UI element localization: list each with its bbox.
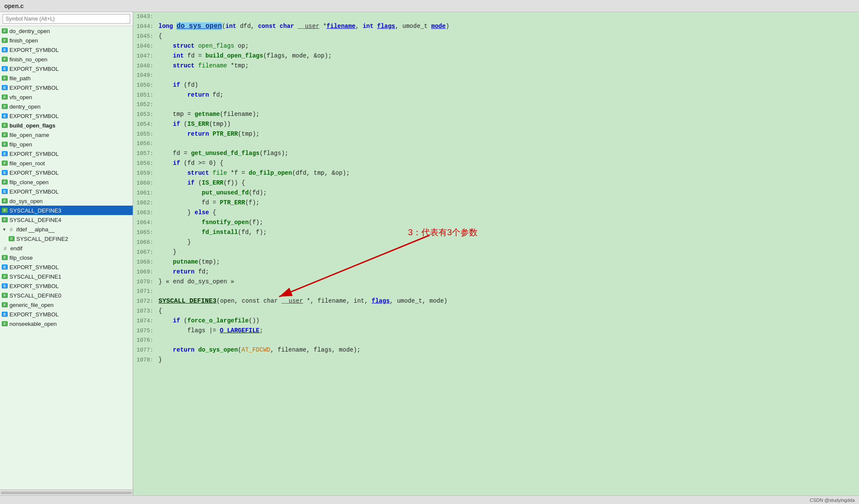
line-num: 1066: — [133, 238, 157, 247]
code-line-1064: 1064: fsnotify_open(f); — [133, 218, 859, 228]
sidebar-item-label: EXPORT_SYMBOL — [9, 113, 59, 119]
line-content: long do_sys_open(int dfd, const char __u… — [157, 21, 449, 31]
code-line-1066: 1066: } — [133, 237, 859, 247]
sidebar-item-30[interactable]: EEXPORT_SYMBOL — [0, 310, 133, 319]
sidebar-item-label: file_open_root — [9, 160, 45, 167]
line-content: } « end do_sys_open » — [157, 277, 234, 286]
sidebar-item-label: filp_open — [9, 141, 32, 148]
func-icon: F — [2, 208, 8, 213]
line-num: 1060: — [133, 179, 157, 188]
sidebar-item-13[interactable]: EEXPORT_SYMBOL — [0, 149, 133, 158]
line-num: 1055: — [133, 130, 157, 139]
sidebar-item-7[interactable]: Fvfs_open — [0, 92, 133, 102]
line-content: struct filename *tmp; — [157, 61, 249, 70]
line-num: 1048: — [133, 61, 157, 71]
expand-icon: ▼ — [2, 227, 7, 232]
sidebar-item-18[interactable]: Fdo_sys_open — [0, 196, 133, 206]
sidebar-item-20[interactable]: FSYSCALL_DEFINE4 — [0, 215, 133, 225]
line-content: if (force_o_largefile()) — [157, 316, 259, 325]
line-content: if (fd) — [157, 80, 198, 90]
sidebar-item-24[interactable]: Ffilp_close — [0, 253, 133, 262]
code-line-1049: 1049: — [133, 71, 859, 80]
func-icon: F — [2, 104, 8, 109]
code-line-1075: 1075: flags |= O_LARGEFILE; — [133, 326, 859, 336]
line-num: 1067: — [133, 248, 157, 257]
line-content: } — [157, 237, 191, 247]
code-line-1054: 1054: if (IS_ERR(tmp)) — [133, 119, 859, 129]
sidebar-item-22[interactable]: FSYSCALL_DEFINE2 — [0, 234, 133, 243]
line-content: fsnotify_open(f); — [157, 218, 263, 227]
code-line-1045: 1045: { — [133, 31, 859, 41]
func-icon: F — [2, 198, 8, 203]
sidebar-item-2[interactable]: EEXPORT_SYMBOL — [0, 45, 133, 55]
sidebar-horizontal-scroll[interactable] — [0, 489, 133, 495]
line-content: fd = PTR_ERR(f); — [157, 198, 259, 207]
code-line-1046: 1046: struct open_flags op; — [133, 41, 859, 51]
line-num: 1074: — [133, 316, 157, 326]
func-icon: F — [2, 142, 8, 147]
code-line-1065: 1065: fd_install(fd, f); — [133, 228, 859, 237]
code-area[interactable]: 1043: 1044: long do_sys_open(int dfd, co… — [133, 12, 859, 495]
sidebar-item-31[interactable]: Fnonseekable_open — [0, 319, 133, 328]
sidebar-item-label: nonseekable_open — [9, 321, 57, 327]
sidebar-item-0[interactable]: Fdo_dentry_open — [0, 26, 133, 36]
sidebar-item-label: do_sys_open — [9, 198, 43, 204]
func-icon: F — [9, 236, 15, 241]
code-line-1051: 1051: return fd; — [133, 90, 859, 100]
sidebar-item-label: build_open_flags — [9, 122, 55, 129]
sidebar-item-3[interactable]: Ffinish_no_open — [0, 55, 133, 64]
code-line-1062: 1062: fd = PTR_ERR(f); — [133, 198, 859, 208]
sidebar-item-label: file_open_name — [9, 132, 49, 138]
sidebar-item-5[interactable]: Ffile_path — [0, 73, 133, 83]
line-content: fd = get_unused_fd_flags(flags); — [157, 149, 288, 158]
line-content: return PTR_ERR(tmp); — [157, 129, 259, 139]
sidebar-item-26[interactable]: FSYSCALL_DEFINE1 — [0, 272, 133, 281]
line-num: 1063: — [133, 208, 157, 218]
sidebar-item-12[interactable]: Ffilp_open — [0, 140, 133, 149]
line-num: 1050: — [133, 81, 157, 90]
sidebar-item-25[interactable]: EEXPORT_SYMBOL — [0, 262, 133, 272]
sidebar-item-4[interactable]: EEXPORT_SYMBOL — [0, 64, 133, 73]
sidebar-item-8[interactable]: Fdentry_open — [0, 102, 133, 111]
func-icon: F — [2, 76, 8, 81]
sidebar-item-29[interactable]: Fgeneric_file_open — [0, 300, 133, 310]
search-input[interactable] — [3, 14, 130, 24]
sidebar-item-label: EXPORT_SYMBOL — [9, 170, 59, 176]
sidebar-item-16[interactable]: Ffilp_clone_open — [0, 177, 133, 187]
sidebar-item-21[interactable]: ▼#ifdef __alpha__ — [0, 225, 133, 234]
sidebar-item-1[interactable]: Ffinish_open — [0, 36, 133, 45]
sidebar-item-10[interactable]: Fbuild_open_flags — [0, 121, 133, 130]
sidebar-item-19[interactable]: FSYSCALL_DEFINE3 — [0, 206, 133, 215]
line-num: 1076: — [133, 336, 157, 345]
line-content: tmp = getname(filename); — [157, 109, 259, 119]
func-icon: F — [2, 302, 8, 307]
func-icon: F — [2, 57, 8, 62]
line-num: 1043: — [133, 12, 157, 21]
code-line-1047: 1047: int fd = build_open_flags(flags, m… — [133, 51, 859, 61]
sidebar-item-label: endif — [10, 245, 22, 252]
sidebar-item-28[interactable]: FSYSCALL_DEFINE0 — [0, 291, 133, 300]
code-line-1067: 1067: } — [133, 247, 859, 257]
sidebar-item-9[interactable]: EEXPORT_SYMBOL — [0, 111, 133, 121]
sidebar-item-6[interactable]: EEXPORT_SYMBOL — [0, 83, 133, 92]
line-num: 1070: — [133, 277, 157, 287]
line-num: 1059: — [133, 169, 157, 178]
func-icon: F — [2, 274, 8, 279]
sidebar-item-23[interactable]: #endif — [0, 243, 133, 253]
line-num: 1045: — [133, 32, 157, 41]
line-num: 1049: — [133, 71, 157, 80]
sidebar-item-label: SYSCALL_DEFINE0 — [9, 292, 61, 299]
line-content: if (IS_ERR(tmp)) — [157, 119, 231, 129]
sidebar-item-11[interactable]: Ffile_open_name — [0, 130, 133, 140]
code-line-1070: 1070: } « end do_sys_open » — [133, 277, 859, 287]
line-num: 1058: — [133, 159, 157, 168]
sidebar-item-label: filp_close — [9, 255, 33, 261]
symbol-list[interactable]: Fdo_dentry_openFfinish_openEEXPORT_SYMBO… — [0, 26, 133, 489]
sidebar-item-17[interactable]: EEXPORT_SYMBOL — [0, 187, 133, 196]
hash-icon: # — [2, 245, 9, 251]
sidebar-item-15[interactable]: EEXPORT_SYMBOL — [0, 168, 133, 177]
sidebar-item-14[interactable]: Ffile_open_root — [0, 158, 133, 168]
line-content: return fd; — [157, 267, 209, 276]
line-content: int fd = build_open_flags(flags, mode, &… — [157, 51, 332, 61]
sidebar-item-27[interactable]: EEXPORT_SYMBOL — [0, 281, 133, 291]
